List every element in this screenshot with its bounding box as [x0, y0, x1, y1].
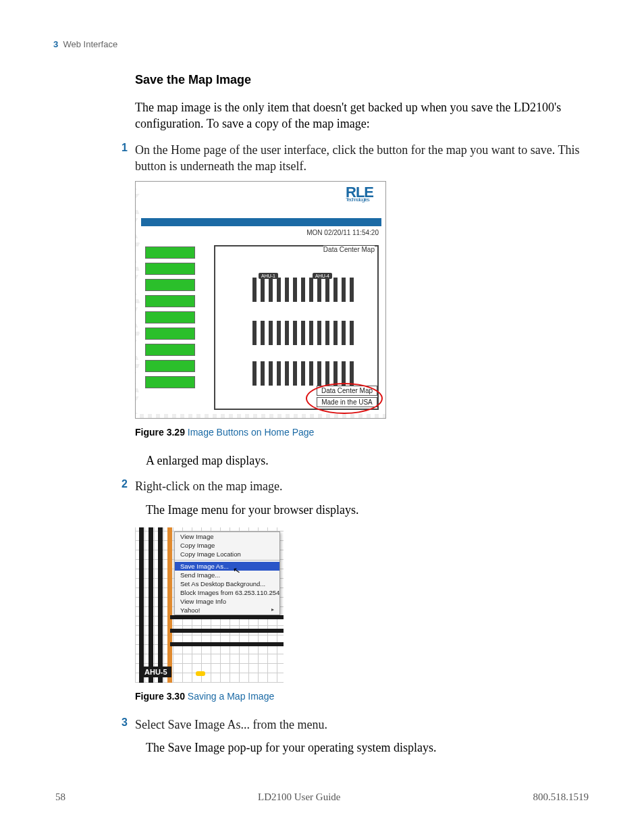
step-number: 3 — [122, 716, 135, 733]
map-buttons: Data Center Map Made in the USA — [317, 386, 377, 409]
section-heading: Save the Map Image — [135, 73, 594, 87]
after-step3-text: The Save Image pop-up for your operating… — [146, 739, 594, 756]
figure-330-caption: Figure 3.30 Saving a Map Image — [135, 691, 594, 702]
timestamp: MON 02/20/11 11:54:20 — [306, 229, 379, 236]
rack-hbar — [170, 642, 284, 646]
intro-paragraph: The map image is the only item that does… — [135, 99, 594, 132]
step-3: 3 Select Save Image As... from the menu. — [135, 716, 594, 733]
after-step2-text: The Image menu for your browser displays… — [146, 502, 594, 518]
logo-subtext: Technologies — [346, 198, 373, 202]
torn-edge-bottom — [136, 414, 385, 419]
rack-layout: AHU-1 AHU-4 — [230, 267, 372, 403]
yellow-marker — [196, 671, 205, 676]
menu-image-info[interactable]: View Image Info — [175, 597, 279, 606]
caption-label: Figure 3.29 — [135, 427, 185, 438]
page-number: 58 — [55, 791, 65, 803]
menu-copy-location[interactable]: Copy Image Location — [175, 550, 279, 558]
phone-number: 800.518.1519 — [533, 791, 589, 803]
rack-hbar — [170, 615, 284, 619]
header-strip — [141, 218, 381, 226]
sidebar-nav — [145, 246, 195, 392]
rack-bar — [139, 527, 144, 683]
rle-logo: RLE Technologies — [346, 187, 373, 201]
menu-yahoo[interactable]: Yahoo! — [175, 606, 279, 615]
step-1: 1 On the Home page of the user interface… — [135, 142, 594, 175]
menu-set-background[interactable]: Set As Desktop Background... — [175, 579, 279, 588]
context-menu: View Image Copy Image Copy Image Locatio… — [174, 531, 280, 615]
running-header: 3 Web Interface — [53, 39, 117, 49]
menu-block-images[interactable]: Block Images from 63.253.110.254 — [175, 588, 279, 597]
step-text: Select Save Image As... from the menu. — [135, 716, 327, 733]
step-text: On the Home page of the user interface, … — [135, 142, 594, 175]
figure-330: View Image Copy Image Copy Image Locatio… — [135, 527, 284, 683]
figure-329: RLE Technologies MON 02/20/11 11:54:20 D… — [135, 181, 386, 419]
menu-separator — [175, 560, 279, 561]
menu-send-image[interactable]: Send Image... — [175, 571, 279, 579]
step-number: 1 — [122, 142, 135, 175]
rack-bar — [158, 527, 163, 683]
guide-title: LD2100 User Guide — [258, 791, 340, 803]
map-title: Data Center Map — [323, 246, 375, 253]
rack-hbar — [170, 629, 284, 633]
orange-bar — [167, 527, 172, 683]
map-button-dc[interactable]: Data Center Map — [317, 386, 377, 396]
chapter-title: Web Interface — [63, 39, 117, 49]
figure-329-caption: Figure 3.29 Image Buttons on Home Page — [135, 427, 594, 438]
step-number: 2 — [122, 478, 135, 494]
step-2: 2 Right-click on the map image. — [135, 478, 594, 494]
step-text: Right-click on the map image. — [135, 478, 282, 494]
caption-label: Figure 3.30 — [135, 691, 185, 702]
menu-copy-image[interactable]: Copy Image — [175, 541, 279, 550]
ahu-5-label: AHU-5 — [140, 667, 171, 677]
page-footer: 58 LD2100 User Guide 800.518.1519 — [55, 791, 589, 803]
caption-title: Saving a Map Image — [185, 691, 274, 702]
caption-title: Image Buttons on Home Page — [185, 427, 314, 438]
map-button-made[interactable]: Made in the USA — [317, 397, 377, 407]
chapter-number: 3 — [53, 39, 58, 49]
rack-bar — [149, 527, 153, 683]
after-fig1-text: A enlarged map displays. — [146, 452, 594, 469]
menu-save-image-as[interactable]: Save Image As... — [175, 562, 279, 571]
torn-edge-left — [135, 182, 140, 418]
menu-view-image[interactable]: View Image — [175, 532, 279, 541]
